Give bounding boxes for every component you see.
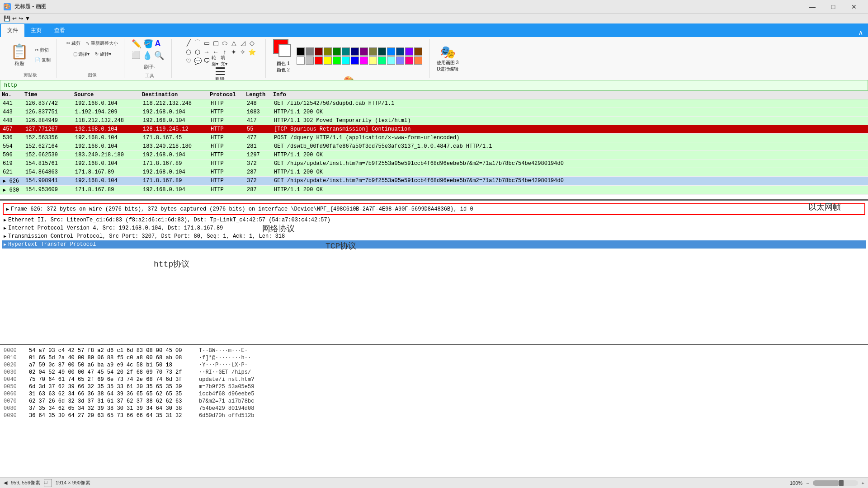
ellipse-shape[interactable]: ⬭ <box>221 39 229 47</box>
resize-button[interactable]: ⤡ 重新调整大小 <box>84 39 120 48</box>
close-button[interactable]: ✕ <box>844 0 864 14</box>
pentagon-shape[interactable]: ⬠ <box>184 48 193 56</box>
packet-row[interactable]: 554 152.627164 192.168.0.104 183.240.218… <box>0 142 868 151</box>
packet-row[interactable]: 448 126.884949 118.212.132.248 192.168.0… <box>0 117 868 125</box>
save-quick-btn[interactable]: 💾 <box>4 15 10 22</box>
right-triangle-shape[interactable]: ◿ <box>239 39 247 47</box>
right-arrow-shape[interactable]: → <box>203 48 211 56</box>
select-button[interactable]: ▢ 选择▾ <box>71 50 92 59</box>
color-darkyellow[interactable] <box>369 47 377 56</box>
color-brown[interactable] <box>414 47 422 56</box>
star4-shape[interactable]: ✧ <box>239 48 247 56</box>
tcp-detail-row[interactable]: ▶ Transmission Control Protocol, Src Por… <box>2 232 866 240</box>
packet-row[interactable]: 536 152.563356 192.168.0.104 171.8.167.4… <box>0 134 868 142</box>
packet-row-selected[interactable]: ▶ 626 154.908941 192.168.0.104 171.8.167… <box>0 177 868 186</box>
zoom-in-btn[interactable]: + <box>862 480 864 486</box>
packet-row[interactable]: 621 154.864863 171.8.167.89 192.168.0.10… <box>0 168 868 177</box>
frame-expand-icon[interactable]: ▶ <box>6 206 9 212</box>
rotate-button[interactable]: ↻ 旋转▾ <box>93 50 113 59</box>
undo-quick-btn[interactable]: ↩ <box>12 15 17 22</box>
color-periwinkle[interactable] <box>396 56 404 65</box>
color-darkred[interactable] <box>315 47 323 56</box>
color-lightblue[interactable] <box>387 47 395 56</box>
tab-view[interactable]: 查看 <box>48 24 71 37</box>
brush-button[interactable]: 刷子· <box>141 62 159 72</box>
text-icon[interactable]: A <box>155 39 161 49</box>
ethernet-expand-icon[interactable]: ▶ <box>4 217 6 223</box>
ip-expand-icon[interactable]: ▶ <box>4 225 6 231</box>
fill-icon[interactable]: 🪣 <box>143 39 153 49</box>
maximize-button[interactable]: □ <box>823 0 844 14</box>
tab-home[interactable]: 主页 <box>24 24 48 37</box>
http-expand-icon[interactable]: ▶ <box>4 242 6 247</box>
color-black[interactable] <box>297 47 305 56</box>
color-navy[interactable] <box>351 47 359 56</box>
color-orange[interactable] <box>414 56 422 65</box>
zoom-slider[interactable] <box>813 480 858 486</box>
frame-detail-row[interactable]: ▶ Frame 626: 372 bytes on wire (2976 bit… <box>5 205 863 213</box>
color-darkblue[interactable] <box>396 47 404 56</box>
magnifier-icon[interactable]: 🔍 <box>154 51 164 61</box>
color-blue[interactable] <box>351 56 359 65</box>
fill-btn[interactable]: 填充▾ <box>221 57 229 65</box>
packet-row[interactable]: ▶ 630 154.953609 171.8.167.89 192.168.0.… <box>0 186 868 195</box>
color-lime[interactable] <box>333 56 341 65</box>
color-spring[interactable] <box>378 56 386 65</box>
tcp-expand-icon[interactable]: ▶ <box>4 234 6 239</box>
use-paint3d-button[interactable]: 🎭 使用画图 3 D进行编辑 <box>437 45 458 72</box>
packet-row[interactable]: 443 126.837751 1.192.194.209 192.168.0.1… <box>0 108 868 117</box>
color-gray[interactable] <box>306 47 314 56</box>
ribbon-collapse-btn[interactable]: ∧ <box>854 28 867 37</box>
color-teal[interactable] <box>342 47 350 56</box>
copy-button[interactable]: 📄 复制 <box>33 56 53 65</box>
scroll-left-btn[interactable]: ◀ <box>4 480 7 486</box>
packet-row[interactable]: 619 154.815761 192.168.0.104 171.8.167.8… <box>0 160 868 168</box>
color-red[interactable] <box>315 56 323 65</box>
color-hotpink[interactable] <box>405 56 413 65</box>
heart-shape[interactable]: ♡ <box>184 57 193 65</box>
diamond-shape[interactable]: ◇ <box>248 39 256 47</box>
zoom-thumb[interactable] <box>839 480 844 486</box>
color-white[interactable] <box>297 56 305 65</box>
colorpicker-icon[interactable]: 💧 <box>142 51 152 61</box>
curve-shape[interactable]: ⌒ <box>193 39 202 47</box>
zoom-out-btn[interactable]: − <box>806 480 809 486</box>
packet-row[interactable]: 441 126.837742 192.168.0.104 118.212.132… <box>0 99 868 108</box>
color-green[interactable] <box>333 47 341 56</box>
http-detail-row[interactable]: ▶ Hypertext Transfer Protocol <box>2 240 866 249</box>
color-lightyellow[interactable] <box>369 56 377 65</box>
packet-row[interactable]: 596 152.662539 183.240.218.180 192.168.0… <box>0 151 868 160</box>
color-yellow[interactable] <box>324 56 332 65</box>
round-rect-shape[interactable]: ▢ <box>212 39 220 47</box>
color-cyan[interactable] <box>342 56 350 65</box>
color-lightcyan[interactable] <box>387 56 395 65</box>
ethernet-detail-row[interactable]: ▶ Ethernet II, Src: LiteonTe_c1:6d:83 (f… <box>2 216 866 224</box>
color2-swatch[interactable] <box>278 44 291 57</box>
packet-list[interactable]: No. Time Source Destination Protocol Len… <box>0 91 868 199</box>
dropdown-arrow[interactable]: ▼ <box>25 15 30 22</box>
pencil-icon[interactable]: ✏️ <box>132 39 142 49</box>
eraser-icon[interactable]: ⬜ <box>132 51 141 61</box>
round-callout-shape[interactable]: 🗨 <box>203 57 211 65</box>
minimize-button[interactable]: — <box>802 0 823 14</box>
hexagon-shape[interactable]: ⬡ <box>193 48 202 56</box>
redo-quick-btn[interactable]: ↪ <box>19 15 23 22</box>
outline-btn[interactable]: 轮廓▾ <box>212 57 220 65</box>
triangle-shape[interactable]: △ <box>230 39 238 47</box>
color-purple[interactable] <box>360 47 368 56</box>
color-olive[interactable] <box>324 47 332 56</box>
crop-button[interactable]: ✂ 裁剪 <box>64 39 83 48</box>
color-darkteal[interactable] <box>378 47 386 56</box>
rect-shape[interactable]: ▭ <box>203 39 211 47</box>
paste-button[interactable]: 📋 粘贴 <box>7 42 32 68</box>
ip-detail-row[interactable]: ▶ Internet Protocol Version 4, Src: 192.… <box>2 224 866 232</box>
line-shape[interactable]: ╱ <box>184 39 193 47</box>
callout-shape[interactable]: 💬 <box>193 57 202 65</box>
cut-button[interactable]: ✂ 剪切 <box>33 46 53 55</box>
packet-row[interactable]: 457 127.771267 192.168.0.104 128.119.245… <box>0 125 868 134</box>
color-magenta[interactable] <box>360 56 368 65</box>
color-violet[interactable] <box>405 47 413 56</box>
star5-shape[interactable]: ⭐ <box>248 48 256 56</box>
tab-file[interactable]: 文件 <box>1 24 24 37</box>
four-arrow-shape[interactable]: ✦ <box>230 48 238 56</box>
